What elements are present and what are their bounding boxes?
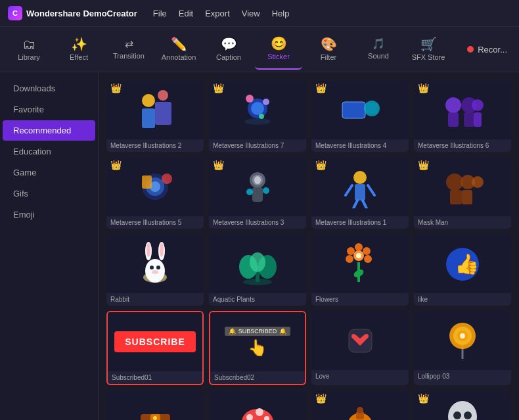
menu-bar: File Edit Export View Help [153, 9, 290, 18]
menu-export[interactable]: Export [205, 9, 230, 18]
sticker-thumb-moneybag: 👑 $ [311, 390, 409, 420]
hand-pointer-icon: 👆 [248, 338, 267, 357]
sticker-card-aquaticplants[interactable]: Aquatic Plants [209, 234, 306, 306]
library-icon: 🗂 [22, 37, 35, 51]
svg-point-29 [246, 189, 253, 195]
svg-line-36 [363, 200, 367, 208]
menu-edit[interactable]: Edit [179, 9, 193, 18]
svg-point-6 [251, 102, 264, 115]
effect-label: Effect [70, 53, 88, 61]
svg-point-46 [147, 243, 150, 257]
sidebar-downloads-label: Downloads [13, 83, 55, 93]
sidebar-item-favorite[interactable]: Favorite [3, 99, 95, 120]
sidebar-education-label: Education [13, 147, 51, 156]
toolbar-annotation[interactable]: ✏️ Annotation [155, 29, 202, 70]
sticker-card-skull[interactable]: 👑 🔍 Skull [414, 390, 511, 420]
crown-icon: 👑 [418, 160, 429, 170]
svg-point-3 [158, 90, 168, 101]
sticker-name-like: like [414, 293, 511, 306]
subscribe-button-label: SUBSCRIBE [114, 331, 195, 352]
toolbar-effect[interactable]: ✨ Effect [55, 29, 102, 70]
sidebar-item-recommended[interactable]: Recommended [3, 120, 95, 141]
sticker-name-rabbit: Rabbit [106, 293, 204, 306]
annotation-icon: ✏️ [171, 37, 187, 51]
crown-icon: 👑 [315, 83, 327, 93]
svg-rect-17 [464, 112, 474, 127]
sticker-card-metaverse1[interactable]: 👑 Metaverse Illustrations 1 [311, 157, 409, 229]
svg-point-90 [464, 411, 472, 419]
toolbar-library[interactable]: 🗂 Library [5, 29, 53, 70]
sticker-card-metaverse2[interactable]: 👑 Metaverse Illustrations 2 [106, 80, 204, 152]
svg-point-89 [453, 411, 461, 419]
sticker-card-metaverse3[interactable]: 👑 Metaverse Illustrations 3 [209, 157, 306, 229]
sticker-card-love[interactable]: Love [311, 311, 409, 385]
crown-icon: 👑 [213, 160, 224, 170]
sticker-card-metaverse5[interactable]: 👑 Metaverse Illustrations 5 [106, 157, 204, 229]
sticker-card-maskman[interactable]: 👑 Mask Man [414, 157, 511, 229]
sticker-card-treasure[interactable]: Treasure [106, 390, 204, 420]
toolbar-sticker[interactable]: 😊 Sticker [255, 29, 302, 70]
sticker-card-moneybag[interactable]: 👑 $ Money Bag [311, 390, 409, 420]
svg-rect-0 [142, 108, 155, 128]
crown-icon: 👑 [315, 393, 327, 404]
titlebar: C Wondershare DemoCreator File Edit Expo… [0, 0, 519, 26]
svg-point-61 [364, 255, 372, 263]
svg-rect-13 [367, 103, 377, 114]
subscribed-text: SUBSCRIBED [238, 328, 277, 335]
sidebar-item-education[interactable]: Education [3, 141, 95, 162]
sticker-icon: 😊 [271, 37, 287, 50]
toolbar-sound[interactable]: 🎵 Sound [355, 29, 402, 70]
sticker-card-like[interactable]: 👍 like [414, 234, 511, 306]
sidebar-favorite-label: Favorite [13, 105, 44, 114]
sticker-name-lollipop03: Lollipop 03 [414, 370, 511, 383]
library-label: Library [18, 53, 40, 61]
toolbar-sfxstore[interactable]: 🛒 SFX Store [405, 29, 452, 70]
sticker-thumb-subscribed01: SUBSCRIBE [108, 312, 202, 371]
menu-help[interactable]: Help [272, 9, 290, 18]
annotation-label: Annotation [162, 53, 196, 61]
menu-view[interactable]: View [242, 9, 260, 18]
sticker-card-lollipop03[interactable]: Lollipop 03 [414, 311, 511, 385]
crown-icon: 👑 [110, 83, 122, 93]
svg-rect-2 [155, 102, 171, 125]
sticker-thumb-maskman: 👑 [414, 157, 511, 216]
svg-point-4 [244, 118, 271, 125]
sticker-thumb-mushroom [209, 390, 306, 420]
sidebar-item-downloads[interactable]: Downloads [3, 78, 95, 99]
sticker-card-subscribed02[interactable]: 🔔 SUBSCRIBED 🔔 👆 Subscribed02 [209, 311, 306, 385]
svg-point-60 [363, 247, 371, 255]
svg-rect-41 [462, 190, 472, 204]
sticker-card-rabbit[interactable]: Rabbit [106, 234, 204, 306]
sticker-thumb-aquaticplants [209, 234, 306, 293]
sticker-card-metaverse6[interactable]: 👑 Metaverse Illustrations 6 [414, 80, 511, 152]
toolbar-filter[interactable]: 🎨 Filter [305, 29, 352, 70]
sticker-card-flowers[interactable]: Flowers [311, 234, 409, 306]
sticker-card-metaverse4[interactable]: 👑 Metaverse Illustrations 4 [311, 80, 409, 152]
crown-icon: 👑 [315, 160, 327, 170]
sticker-thumb-skull: 👑 🔍 [414, 390, 511, 420]
sticker-card-metaverse7[interactable]: 👑 Metaverse Illustrations 7 [209, 80, 306, 152]
sticker-thumb-treasure [106, 390, 204, 420]
menu-file[interactable]: File [153, 9, 167, 18]
svg-rect-40 [450, 190, 462, 204]
sidebar-item-gifs[interactable]: Gifs [3, 183, 95, 204]
sidebar-item-game[interactable]: Game [3, 162, 95, 183]
sticker-thumb-metaverse3: 👑 [209, 157, 306, 216]
svg-line-35 [353, 200, 357, 208]
bell-icon: 🔔 [229, 328, 236, 335]
sticker-label: Sticker [267, 53, 290, 60]
logo-icon: C [8, 6, 22, 20]
svg-point-31 [353, 171, 367, 184]
svg-line-33 [346, 185, 352, 195]
sticker-thumb-subscribed02: 🔔 SUBSCRIBED 🔔 👆 [210, 312, 305, 371]
filter-icon: 🎨 [321, 37, 337, 51]
sidebar-item-emoji[interactable]: Emoji [3, 204, 95, 225]
toolbar-transition[interactable]: ⇄ Transition [105, 29, 152, 70]
record-button[interactable]: Recor... [461, 41, 514, 58]
sticker-card-mushroom[interactable]: Mushroom [209, 390, 306, 420]
sticker-card-subscribed01[interactable]: SUBSCRIBE Subscribed01 [106, 311, 204, 385]
sticker-name-metaverse1: Metaverse Illustrations 1 [311, 216, 409, 229]
sticker-thumb-metaverse4: 👑 [311, 80, 409, 139]
toolbar-caption[interactable]: 💬 Caption [205, 29, 252, 70]
svg-text:👍: 👍 [455, 252, 480, 276]
